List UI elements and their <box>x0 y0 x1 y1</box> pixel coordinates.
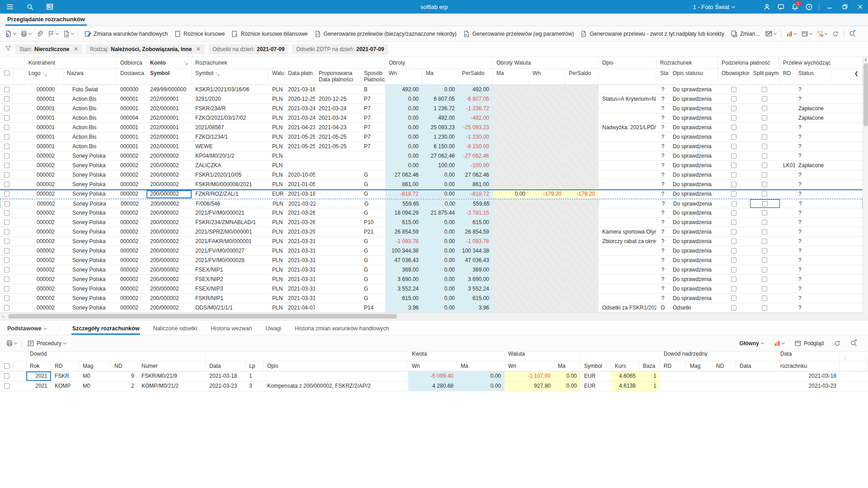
checkbox[interactable] <box>731 153 736 159</box>
cell-persaldo[interactable]: 861.00 <box>458 180 493 189</box>
cell-opis_statusu[interactable]: Do sprawdzenia <box>669 142 718 151</box>
cell-w_persaldo[interactable] <box>565 132 599 141</box>
cell-logo[interactable]: 000002 <box>25 180 63 189</box>
cell-symbol[interactable]: FSEX/NIP2 <box>192 275 269 284</box>
checkbox[interactable] <box>731 229 736 235</box>
cell-ma[interactable]: 0.00 <box>423 199 459 208</box>
cell-data_platnosci[interactable]: 2021-05-25 <box>284 142 315 151</box>
cell-konto[interactable]: 200/000002 <box>146 275 192 284</box>
cell-proponowana[interactable] <box>315 265 360 274</box>
cell-dostawca[interactable]: 000002 <box>117 275 146 284</box>
checkbox[interactable] <box>762 106 767 111</box>
cell-status_kod[interactable]: ? <box>656 190 669 198</box>
cell-w_ma[interactable] <box>493 94 529 103</box>
table-row[interactable]: 000002Soney Polska000002200/000002ZALICZ… <box>0 161 863 170</box>
cell-opis_statusu[interactable]: Do sprawdzenia <box>669 218 718 227</box>
cell-rd[interactable] <box>779 246 795 255</box>
cell-w_wn[interactable] <box>529 294 565 303</box>
checkbox[interactable] <box>4 267 9 272</box>
cell-status_przelewu[interactable]: ? <box>795 170 831 179</box>
cell-rd[interactable] <box>779 218 795 227</box>
cell-baza[interactable]: 1 <box>639 371 660 381</box>
cell-waluta[interactable]: PLN <box>269 227 284 236</box>
cell-logo[interactable]: 000002 <box>25 303 63 312</box>
row-checkbox-cell[interactable] <box>0 132 14 141</box>
obowiazkowa-checkbox-cell[interactable] <box>718 85 750 94</box>
cell-rd[interactable]: LK01 <box>779 161 795 170</box>
cell-data_platnosci[interactable]: 2020-12-25 <box>284 94 315 103</box>
cell-symbol[interactable]: 2021/08567 <box>192 123 269 132</box>
cell-nazwa[interactable]: Soney Polska <box>63 294 117 303</box>
cell-waluta[interactable]: PLN <box>269 275 284 284</box>
cell-w_wn[interactable] <box>529 265 565 274</box>
cell-proponowana[interactable] <box>315 151 360 160</box>
cell-proponowana[interactable]: 2021-04-23 <box>315 123 360 132</box>
cell-proponowana[interactable] <box>315 275 360 284</box>
cell-nazwa[interactable]: Soney Polska <box>63 284 117 293</box>
cell-proponowana[interactable] <box>316 199 361 208</box>
cell-w_ma[interactable] <box>493 113 529 122</box>
checkbox[interactable] <box>762 172 767 178</box>
cell-status_kod[interactable]: ? <box>656 218 669 227</box>
cell-konto[interactable]: 200/000002 <box>146 246 192 255</box>
cell-status_kod[interactable]: ? <box>656 227 669 236</box>
filter-pill-odsetki[interactable]: Odsetki na dzień: 2021-07-09 <box>208 44 288 54</box>
column-header-Wn[interactable]: Wn <box>505 361 554 371</box>
cell-data_platnosci[interactable]: 2021-03-31 <box>284 275 315 284</box>
split-payment-checkbox-cell[interactable] <box>750 94 779 103</box>
cell-nazwa[interactable]: Action.Bis <box>63 132 117 141</box>
detail-search-button[interactable] <box>848 338 860 349</box>
cell-konto[interactable]: 202/000001 <box>146 123 192 132</box>
send-message-button[interactable] <box>763 28 778 39</box>
obowiazkowa-checkbox-cell[interactable] <box>718 190 750 198</box>
cell-nazwa[interactable]: Soney Polska <box>63 275 117 284</box>
cell-w_persaldo[interactable] <box>565 275 599 284</box>
cell-waluta[interactable]: PLN <box>269 132 284 141</box>
checkbox[interactable] <box>731 258 736 263</box>
checkbox[interactable] <box>731 172 736 178</box>
table-row[interactable]: 000002Soney Polska000002200/000002FZKR/R… <box>0 189 863 199</box>
cell-waluta[interactable]: PLN <box>269 161 284 170</box>
checkbox[interactable] <box>4 134 9 140</box>
cell-nazwa[interactable]: Soney Polska <box>63 161 117 170</box>
cell-rd[interactable] <box>779 151 795 160</box>
cell-status_przelewu[interactable]: ? <box>795 190 831 198</box>
cell-nazwa[interactable]: Soney Polska <box>63 151 117 160</box>
cell-sposob[interactable] <box>360 151 385 160</box>
cell-status_kod[interactable]: ? <box>656 246 669 255</box>
cell-rd[interactable] <box>779 180 795 189</box>
generowanie-przelewu-zwrot-button[interactable]: Generowanie przelewu - zwrot z tyt.nadpł… <box>577 28 727 39</box>
cell-w_persaldo[interactable] <box>565 113 599 122</box>
cell-logo[interactable]: 000002 <box>25 294 63 303</box>
checkbox[interactable] <box>4 277 9 282</box>
cell-w_wn[interactable]: -179.20 <box>529 190 565 198</box>
checkbox[interactable] <box>4 125 9 130</box>
split-payment-checkbox-cell[interactable] <box>750 123 779 132</box>
table-row[interactable]: 000002Soney Polska000002200/0000022021/S… <box>0 227 863 237</box>
cell-status_kod[interactable]: ? <box>656 94 669 103</box>
cell-rok[interactable]: 2021 <box>26 371 51 381</box>
cell-waluta_wn[interactable]: 927.80 <box>505 381 554 391</box>
cell-persaldo[interactable]: 27 062.46 <box>458 170 493 179</box>
cell-rd[interactable] <box>779 256 795 265</box>
column-header-Walut[interactable]: Walut <box>269 69 284 84</box>
cell-w_ma[interactable] <box>493 303 529 312</box>
cell-ma[interactable]: 1 230.00 <box>422 132 458 141</box>
select-all-checkbox-cell[interactable] <box>0 361 14 371</box>
cell-symbol[interactable]: ZALICZKA <box>192 161 269 170</box>
cell-symbol[interactable]: KP04/M0/20/1/2 <box>192 151 269 160</box>
cell-w_persaldo[interactable] <box>565 104 599 113</box>
split-payment-checkbox-cell[interactable] <box>750 208 779 217</box>
tab-naliczone-odsetki[interactable]: Naliczone odsetki <box>152 323 198 335</box>
column-header-Ma[interactable]: Ma <box>422 69 458 84</box>
column-header-Numer[interactable]: Numer <box>138 361 206 371</box>
cell-kurs[interactable]: 4.6065 <box>611 371 639 381</box>
group-header-Podzielona płatność[interactable]: Podzielona płatność <box>718 57 779 68</box>
cell-nazwa[interactable]: Soney Polska <box>63 218 117 227</box>
hamburger-menu-icon[interactable] <box>0 0 20 14</box>
cell-wn[interactable]: 47 036.43 <box>385 256 422 265</box>
cell-w_ma[interactable] <box>493 237 529 246</box>
cell-w_ma[interactable] <box>493 284 529 293</box>
cell-nazwa[interactable]: Action.Bis <box>63 113 117 122</box>
cell-w_ma[interactable] <box>493 151 529 160</box>
